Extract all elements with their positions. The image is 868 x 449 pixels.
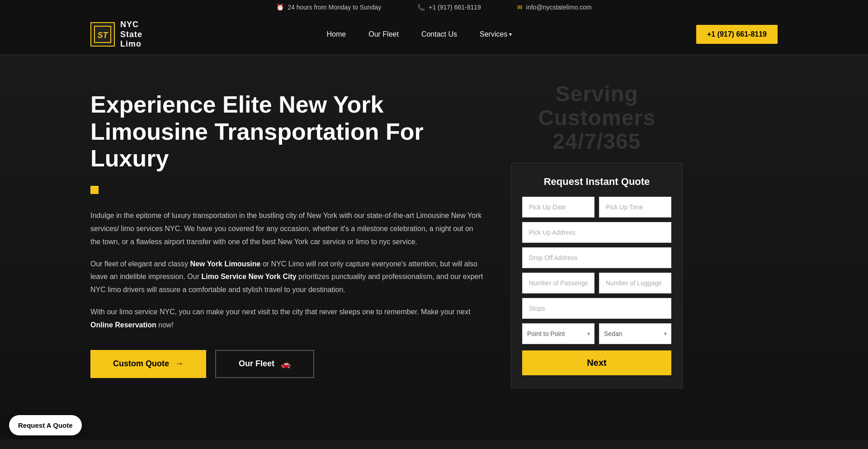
hero-desc2-bold1: New York Limousine xyxy=(190,260,261,268)
custom-quote-button[interactable]: Custom Quote → xyxy=(90,350,206,378)
chevron-down-icon: ▾ xyxy=(509,31,512,38)
quote-form-title: Request Instant Quote xyxy=(522,176,671,188)
form-row-passengers xyxy=(522,273,671,293)
phone-item[interactable]: 📞 +1 (917) 661-8119 xyxy=(417,4,481,11)
stops-input[interactable] xyxy=(522,298,671,319)
hero-title: Experience Elite New York Limousine Tran… xyxy=(90,91,484,172)
floating-request-quote-button[interactable]: Request A Quote xyxy=(9,415,82,435)
pickup-address-input[interactable] xyxy=(522,222,671,243)
phone-icon: 📞 xyxy=(417,4,425,11)
pickup-date-input[interactable] xyxy=(522,197,594,217)
main-nav: Home Our Fleet Contact Us Services ▾ xyxy=(327,30,512,38)
hero-right: Serving Customers 24/7/365 Request Insta… xyxy=(511,82,683,421)
form-row-stops xyxy=(522,298,671,319)
phone-number: +1 (917) 661-8119 xyxy=(429,4,481,11)
vehicle-type-wrapper: Sedan SUV Stretch Limo Van ▾ xyxy=(599,323,671,344)
logo[interactable]: ST NYC State Limo xyxy=(90,20,142,49)
clock-icon: ⏰ xyxy=(276,4,284,11)
service-type-wrapper: Point to Point Airport Transfer Hourly ▾ xyxy=(522,323,594,344)
next-button[interactable]: Next xyxy=(522,350,671,375)
nav-our-fleet[interactable]: Our Fleet xyxy=(368,30,399,38)
num-luggage-input[interactable] xyxy=(599,273,671,293)
hours-text: 24 hours from Monday to Sunday xyxy=(288,4,381,11)
hero-desc-1: Indulge in the epitome of luxury transpo… xyxy=(90,209,484,248)
hero-desc2-bold2: Limo Service New York City xyxy=(201,273,296,280)
dropoff-address-input[interactable] xyxy=(522,247,671,268)
top-bar: ⏰ 24 hours from Monday to Sunday 📞 +1 (9… xyxy=(0,0,868,14)
serving-text: Serving Customers 24/7/365 xyxy=(511,82,683,154)
hero-desc2-prefix: Our fleet of elegant and classy xyxy=(90,260,190,268)
yellow-square-decoration xyxy=(90,186,99,194)
hero-desc-2: Our fleet of elegant and classy New York… xyxy=(90,258,484,297)
email-item[interactable]: ✉ info@nycstatelimo.com xyxy=(517,4,592,11)
form-row-datetime xyxy=(522,197,671,217)
header: ST NYC State Limo Home Our Fleet Contact… xyxy=(0,14,868,55)
hero-online-reservation: Online Reservation xyxy=(90,321,156,329)
hero-left: Experience Elite New York Limousine Tran… xyxy=(90,82,484,421)
form-row-service-vehicle: Point to Point Airport Transfer Hourly ▾… xyxy=(522,323,671,344)
nav-services[interactable]: Services ▾ xyxy=(480,30,512,38)
num-passenger-input[interactable] xyxy=(522,273,594,293)
hero-buttons: Custom Quote → Our Fleet 🚗 xyxy=(90,350,484,378)
nav-home[interactable]: Home xyxy=(327,30,346,38)
svg-text:ST: ST xyxy=(97,31,108,40)
our-fleet-button[interactable]: Our Fleet 🚗 xyxy=(215,350,314,378)
car-icon: 🚗 xyxy=(281,359,291,369)
form-row-pickup xyxy=(522,222,671,243)
logo-icon: ST xyxy=(90,22,115,47)
quote-form-card: Request Instant Quote xyxy=(511,163,683,388)
form-row-dropoff xyxy=(522,247,671,268)
nav-contact-us[interactable]: Contact Us xyxy=(421,30,457,38)
hero-section: Experience Elite New York Limousine Tran… xyxy=(0,55,868,440)
header-phone-button[interactable]: +1 (917) 661-8119 xyxy=(696,25,778,44)
hero-desc-3: With our limo service NYC, you can make … xyxy=(90,306,484,332)
vehicle-type-select[interactable]: Sedan SUV Stretch Limo Van xyxy=(599,323,671,344)
service-type-select[interactable]: Point to Point Airport Transfer Hourly xyxy=(522,323,594,344)
email-text: info@nycstatelimo.com xyxy=(526,4,592,11)
logo-text: NYC State Limo xyxy=(120,20,142,49)
hours-item: ⏰ 24 hours from Monday to Sunday xyxy=(276,4,381,11)
email-icon: ✉ xyxy=(517,4,523,11)
pickup-time-input[interactable] xyxy=(599,197,671,217)
arrow-right-icon: → xyxy=(175,359,184,369)
